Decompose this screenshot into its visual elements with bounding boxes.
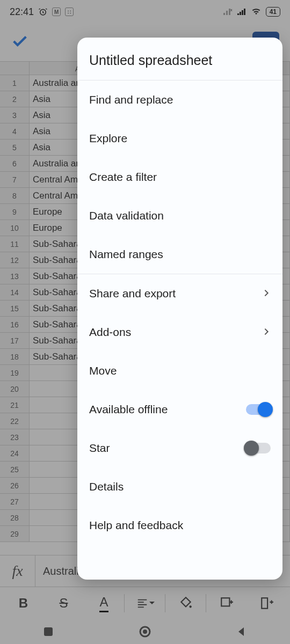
menu-move[interactable]: Move <box>77 352 282 390</box>
chevron-right-icon <box>262 287 271 300</box>
menu-help-feedback[interactable]: Help and feedback <box>77 506 282 545</box>
menu-add-ons[interactable]: Add-ons <box>77 313 282 352</box>
available-offline-toggle[interactable] <box>246 404 271 415</box>
menu-find-replace[interactable]: Find and replace <box>77 80 282 119</box>
menu-data-validation[interactable]: Data validation <box>77 196 282 235</box>
star-toggle[interactable] <box>246 443 271 453</box>
menu-create-filter[interactable]: Create a filter <box>77 158 282 196</box>
chevron-right-icon <box>262 326 271 339</box>
menu-available-offline[interactable]: Available offline <box>77 390 282 429</box>
overflow-menu: Untitled spreadsheet Find and replace Ex… <box>77 38 282 580</box>
menu-title: Untitled spreadsheet <box>77 38 282 80</box>
menu-details[interactable]: Details <box>77 467 282 506</box>
menu-star[interactable]: Star <box>77 429 282 467</box>
menu-explore[interactable]: Explore <box>77 119 282 158</box>
menu-named-ranges[interactable]: Named ranges <box>77 235 282 274</box>
menu-share-export[interactable]: Share and export <box>77 274 282 313</box>
